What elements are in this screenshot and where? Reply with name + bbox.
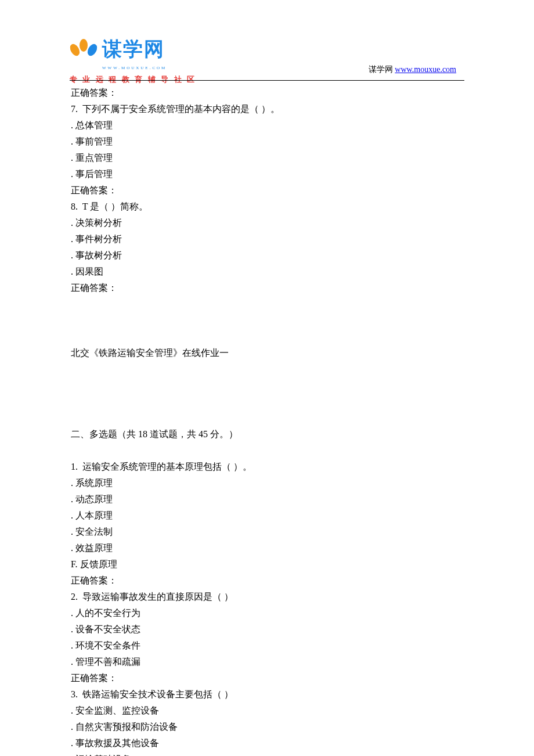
logo-block: 谋学网 WWW.MOUXUE.COM 专 业 远 程 教 育 辅 导 社 区 bbox=[70, 32, 196, 87]
header-divider bbox=[70, 80, 464, 81]
text-line: . 运输基础设备 bbox=[71, 751, 464, 756]
header-right-link[interactable]: www.mouxue.com bbox=[395, 65, 456, 74]
text-line: 正确答案： bbox=[71, 573, 464, 589]
text-line: 8. T 是（ ）简称。 bbox=[71, 199, 464, 215]
text-line: . 安全法制 bbox=[71, 524, 464, 540]
logo-top-row: 谋学网 bbox=[70, 32, 196, 67]
flower-icon bbox=[70, 39, 98, 60]
text-line: . 环境不安全条件 bbox=[71, 638, 464, 654]
brand-name: 谋学网 bbox=[102, 32, 165, 67]
blank-line bbox=[71, 361, 464, 377]
text-line: . 事件树分析 bbox=[71, 231, 464, 247]
text-line: . 事前管理 bbox=[71, 134, 464, 150]
text-line: . 管理不善和疏漏 bbox=[71, 654, 464, 670]
document-body: 正确答案： 7. 下列不属于安全系统管理的基本内容的是（ ）。 . 总体管理 .… bbox=[71, 85, 464, 756]
text-line: . 人本原理 bbox=[71, 507, 464, 524]
brand-url: WWW.MOUXUE.COM bbox=[102, 64, 196, 71]
blank-line bbox=[71, 377, 464, 394]
text-line: . 事后管理 bbox=[71, 166, 464, 182]
blank-line bbox=[71, 312, 464, 329]
text-line: . 安全监测、监控设备 bbox=[71, 703, 464, 719]
page-header: 谋学网 WWW.MOUXUE.COM 专 业 远 程 教 育 辅 导 社 区 谋… bbox=[0, 0, 534, 81]
text-line: . 因果图 bbox=[71, 264, 464, 280]
header-right-text: 谋学网 bbox=[369, 65, 395, 74]
text-line: . 决策树分析 bbox=[71, 215, 464, 231]
text-line: . 效益原理 bbox=[71, 540, 464, 556]
blank-line bbox=[71, 296, 464, 312]
text-line: 正确答案： bbox=[71, 670, 464, 686]
blank-line bbox=[71, 329, 464, 345]
blank-line bbox=[71, 394, 464, 410]
text-line: . 动态原理 bbox=[71, 491, 464, 507]
text-line: 正确答案： bbox=[71, 182, 464, 199]
text-line: 1. 运输安全系统管理的基本原理包括（ ）。 bbox=[71, 459, 464, 475]
text-line: . 自然灾害预报和防治设备 bbox=[71, 719, 464, 735]
blank-line bbox=[71, 442, 464, 459]
brand-text: 谋学网 bbox=[102, 32, 165, 67]
text-line: 二、多选题（共 18 道试题，共 45 分。） bbox=[71, 426, 464, 442]
text-line: . 总体管理 bbox=[71, 117, 464, 134]
text-line: 正确答案： bbox=[71, 85, 464, 101]
text-line: . 重点管理 bbox=[71, 150, 464, 166]
text-line: 3. 铁路运输安全技术设备主要包括（ ） bbox=[71, 686, 464, 703]
text-line: 2. 导致运输事故发生的直接原因是（ ） bbox=[71, 589, 464, 605]
text-line: 7. 下列不属于安全系统管理的基本内容的是（ ）。 bbox=[71, 101, 464, 117]
text-line: . 事故救援及其他设备 bbox=[71, 735, 464, 751]
text-line: 北交《铁路运输安全管理》在线作业一 bbox=[71, 345, 464, 361]
header-right: 谋学网 www.mouxue.com bbox=[369, 63, 456, 77]
text-line: F. 反馈原理 bbox=[71, 556, 464, 573]
text-line: . 设备不安全状态 bbox=[71, 621, 464, 638]
text-line: . 系统原理 bbox=[71, 475, 464, 491]
blank-line bbox=[71, 410, 464, 426]
text-line: 正确答案： bbox=[71, 280, 464, 296]
text-line: . 人的不安全行为 bbox=[71, 605, 464, 621]
text-line: . 事故树分析 bbox=[71, 247, 464, 264]
